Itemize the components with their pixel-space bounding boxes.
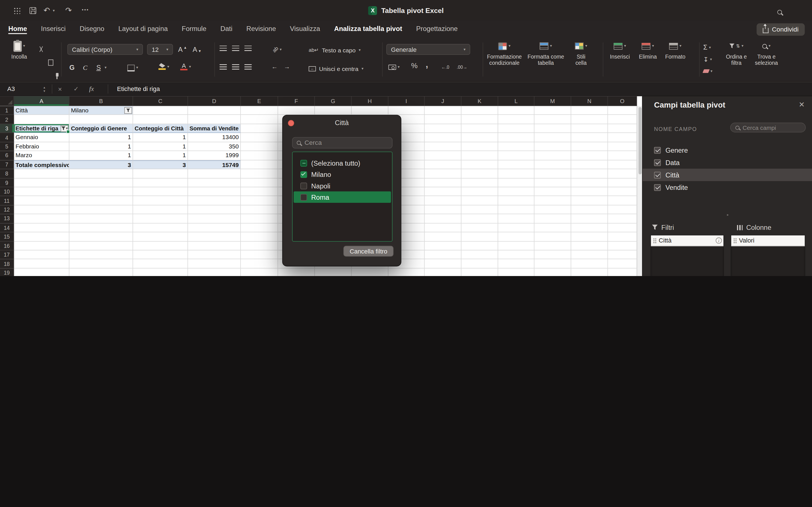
cell-A8[interactable] [14,169,70,178]
cell-D18[interactable] [188,260,241,269]
cell-N17[interactable] [571,250,608,260]
cell-O3[interactable] [608,124,637,133]
cell-B3[interactable]: Conteggio di Genere [69,124,133,133]
font-size-select[interactable]: 12▾ [147,44,173,55]
merge-center-button[interactable]: ↔ Unisci e centra▾ [309,63,363,74]
column-header-D[interactable]: D [188,96,241,106]
cell-A9[interactable] [14,178,70,187]
cell-D14[interactable] [188,223,241,232]
row-header-3[interactable]: 3 [0,124,14,133]
cell-B4[interactable]: 1 [69,133,133,142]
cell-L3[interactable] [498,124,535,133]
cell-M1[interactable] [535,106,571,115]
cell-D8[interactable] [188,169,241,178]
cell-A5[interactable]: Febbraio [14,142,70,151]
cell-H1[interactable] [352,106,388,115]
name-box-spinner[interactable]: ▴▾ [43,86,45,93]
cell-J12[interactable] [424,205,461,214]
cell-K9[interactable] [462,178,498,187]
cell-B8[interactable] [69,169,133,178]
cell-K12[interactable] [462,205,498,214]
cell-N12[interactable] [571,205,608,214]
cell-B10[interactable] [69,187,133,196]
column-header-M[interactable]: M [535,96,571,106]
cell-A13[interactable] [14,214,70,223]
cell-O2[interactable] [608,115,637,124]
cell-C2[interactable] [133,115,188,124]
field-search-input[interactable]: Cerca campi [730,122,806,132]
cell-N5[interactable] [571,142,608,151]
cell-styles-button[interactable]: ▾ Stili cella [567,41,595,66]
cell-E2[interactable] [241,115,278,124]
row-header-9[interactable]: 9 [0,178,14,187]
cell-A11[interactable] [14,196,70,205]
cell-E14[interactable] [241,223,278,232]
cell-D11[interactable] [188,196,241,205]
cell-D7[interactable]: 15749 [188,160,241,169]
cell-J2[interactable] [424,115,461,124]
cell-H19[interactable] [352,269,388,276]
conditional-formatting-button[interactable]: ▾ Formattazione condizionale [486,41,523,66]
cell-M7[interactable] [535,160,571,169]
cell-E8[interactable] [241,169,278,178]
cell-D6[interactable]: 1999 [188,151,241,160]
cell-B1[interactable]: Milano [69,106,133,115]
confirm-entry-icon[interactable]: ✓ [73,86,79,93]
cell-E5[interactable] [241,142,278,151]
cell-A7[interactable]: Totale complessivo [14,160,70,169]
dialog-search-input[interactable]: Cerca [292,137,393,149]
cell-O5[interactable] [608,142,637,151]
cell-M18[interactable] [535,260,571,269]
italic-button[interactable]: C [83,62,87,73]
cell-K4[interactable] [462,133,498,142]
filter-dropdown-icon[interactable]: ▾ [61,125,68,132]
info-icon[interactable]: i [716,237,722,244]
cell-J1[interactable] [424,106,461,115]
fill-button[interactable]: ↧▾ [703,54,712,65]
cell-D17[interactable] [188,250,241,260]
row-header-11[interactable]: 11 [0,196,14,205]
cell-D2[interactable] [188,115,241,124]
cell-I1[interactable] [389,106,425,115]
percent-style-icon[interactable]: % [411,62,417,70]
cell-B18[interactable] [69,260,133,269]
cell-D3[interactable]: Somma di Vendite [188,124,241,133]
filter-item-seleziona-tutto[interactable]: (Seleziona tutto) [294,157,391,168]
tab-formule[interactable]: Formule [182,25,207,34]
field-checkbox-vendite[interactable] [654,184,661,191]
cell-G19[interactable] [315,269,352,276]
delete-cells-button[interactable]: ▾ Elimina [635,41,661,60]
cell-N2[interactable] [571,115,608,124]
cell-N10[interactable] [571,187,608,196]
find-select-button[interactable]: ▾ Trova e seleziona [752,41,781,66]
cell-A3[interactable]: Etichette di riga▾ [14,124,70,133]
tab-visualizza[interactable]: Visualizza [290,25,320,34]
select-all-corner[interactable] [0,96,14,106]
cell-N13[interactable] [571,214,608,223]
cell-J8[interactable] [424,169,461,178]
autosum-button[interactable]: Σ▾ [703,42,711,53]
format-painter-icon[interactable] [56,73,58,76]
tab-analizza-tabella-pivot[interactable]: Analizza tabella pivot [334,25,402,34]
area-chip-citt[interactable]: Cittài [651,235,723,246]
column-header-I[interactable]: I [389,96,425,106]
cell-N1[interactable] [571,106,608,115]
cell-B5[interactable]: 1 [69,142,133,151]
checkbox-seleziona-tutto[interactable] [300,160,307,166]
cell-N9[interactable] [571,178,608,187]
cell-L18[interactable] [498,260,535,269]
cell-E16[interactable] [241,241,278,250]
cell-E1[interactable] [241,106,278,115]
cell-C4[interactable]: 1 [133,133,188,142]
cell-E11[interactable] [241,196,278,205]
row-header-14[interactable]: 14 [0,223,14,232]
align-right-icon[interactable] [245,64,252,70]
cell-C8[interactable] [133,169,188,178]
tab-dati[interactable]: Dati [220,25,232,34]
cell-N3[interactable] [571,124,608,133]
cell-C5[interactable]: 1 [133,142,188,151]
orientation-button[interactable]: ab▾ [272,44,282,55]
cell-J14[interactable] [424,223,461,232]
cell-J13[interactable] [424,214,461,223]
cell-O19[interactable] [608,269,637,276]
